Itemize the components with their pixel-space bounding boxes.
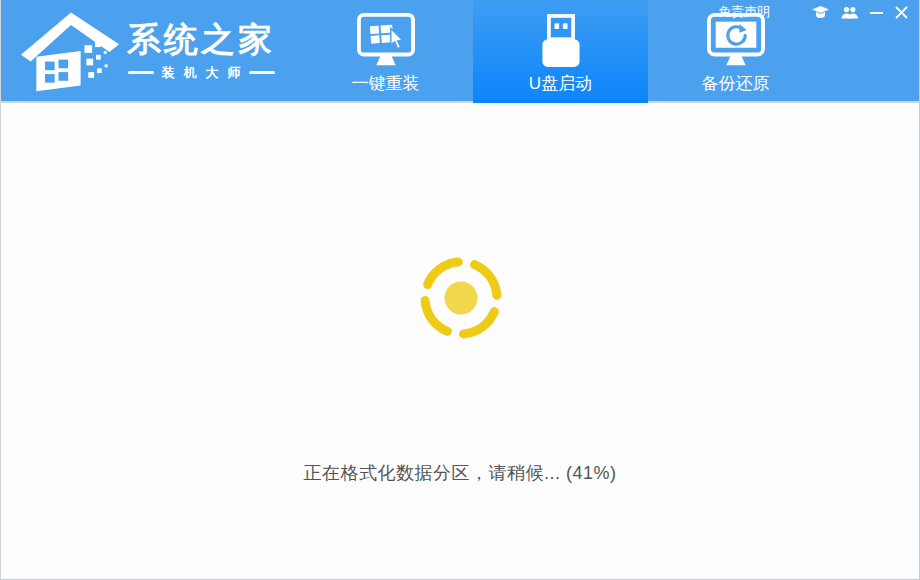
tab-usb-boot[interactable]: U盘启动 bbox=[473, 0, 648, 103]
content-area: 正在格式化数据分区，请稍候... (41%) bbox=[1, 103, 919, 578]
subtitle-dash-left bbox=[128, 71, 154, 74]
monitor-windows-icon bbox=[355, 12, 417, 70]
minimize-icon[interactable] bbox=[870, 6, 883, 19]
house-logo-icon bbox=[21, 8, 121, 92]
logo-text: 系统之家 装机大师 bbox=[127, 19, 275, 82]
app-window: 系统之家 装机大师 bbox=[0, 0, 920, 580]
titlebar: 系统之家 装机大师 bbox=[1, 0, 919, 103]
progress-status-text: 正在格式化数据分区，请稍候... (41%) bbox=[1, 461, 919, 485]
service-cap-icon[interactable] bbox=[812, 6, 829, 19]
window-controls: 免责声明 bbox=[718, 3, 908, 21]
app-title: 系统之家 bbox=[127, 19, 275, 59]
subtitle-dash-right bbox=[249, 71, 275, 74]
loading-spinner-icon bbox=[415, 252, 507, 344]
app-logo: 系统之家 装机大师 bbox=[21, 8, 275, 92]
usb-drive-icon bbox=[535, 12, 587, 70]
users-icon[interactable] bbox=[841, 6, 858, 19]
close-icon[interactable] bbox=[895, 6, 908, 19]
tab-label: U盘启动 bbox=[529, 74, 592, 94]
tab-one-key-reinstall[interactable]: 一键重装 bbox=[298, 0, 473, 103]
app-subtitle: 装机大师 bbox=[127, 64, 275, 82]
tab-label: 备份还原 bbox=[702, 74, 770, 94]
tab-label: 一键重装 bbox=[352, 74, 420, 94]
disclaimer-link[interactable]: 免责声明 bbox=[718, 3, 770, 21]
